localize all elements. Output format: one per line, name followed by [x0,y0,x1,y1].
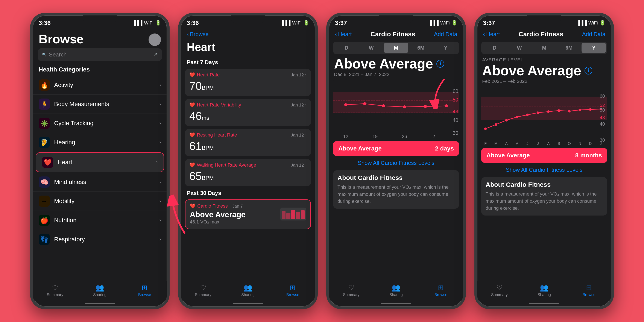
chevron-icon: › [160,218,161,223]
rhr-value: 61BPM [189,140,214,152]
back-button-2[interactable]: ‹ Browse [187,31,208,38]
svg-text:M: M [494,142,498,146]
filter-m-3[interactable]: M [384,43,408,53]
tab-sharing-3[interactable]: 👥 Sharing [374,284,418,297]
filter-m-4[interactable]: M [532,43,556,53]
chart-4: 60 52 50 43 40 30 F M A M J J A S O N D … [481,86,607,146]
svg-point-4 [344,103,347,106]
sidebar-item-mobility[interactable]: ↔️ Mobility › [33,192,167,211]
svg-point-30 [558,109,560,112]
tab-browse-label-3: Browse [434,292,447,297]
status-icons-3: ▐▐▐ WiFi 🔋 [428,20,457,26]
search-icon: 🔍 [42,52,46,57]
sidebar-item-body[interactable]: 🧍 Body Measurements › [33,95,167,114]
filter-y-3[interactable]: Y [434,43,458,53]
sidebar-item-respiratory[interactable]: 👣 Respiratory › [33,230,167,249]
sidebar-item-activity[interactable]: 🔥 Activity › [33,76,167,95]
tab-summary-2[interactable]: ♡ Summary [181,284,226,297]
home-indicator-2 [181,300,315,306]
summary-icon-2: ♡ [200,284,206,292]
rhr-label: ❤️ Resting Heart Rate [189,132,237,138]
add-data-button-4[interactable]: Add Data [582,31,605,38]
info-icon-4[interactable]: ℹ [584,67,592,74]
tab-browse-1[interactable]: ⊞ Browse [122,284,167,297]
tab-bar-3: ♡ Summary 👥 Sharing ⊞ Browse [329,281,463,300]
tab-browse-3[interactable]: ⊞ Browse [418,284,463,297]
add-data-button-3[interactable]: Add Data [434,31,457,38]
filter-d-4[interactable]: D [482,43,507,53]
tab-summary-3[interactable]: ♡ Summary [329,284,374,297]
status-label-3: Above Average [338,145,382,152]
about-section-4: About Cardio Fitness This is a measureme… [481,177,607,216]
back-button-3[interactable]: ‹ Heart [335,31,352,38]
filter-w-3[interactable]: W [359,43,384,53]
avatar[interactable] [148,34,161,46]
filter-d-3[interactable]: D [334,43,359,53]
phone-cardio-m: 3:37 ▐▐▐ WiFi 🔋 ‹ Heart Cardio Fitness A… [326,13,466,309]
summary-icon-3: ♡ [348,284,354,292]
svg-point-29 [547,110,550,113]
svg-point-24 [495,123,498,126]
svg-text:60: 60 [600,94,605,99]
svg-point-31 [568,110,570,112]
notch-4 [527,16,561,24]
svg-text:J: J [600,142,602,146]
home-indicator-3 [329,300,463,306]
show-all-link-3[interactable]: Show All Cardio Fitness Levels [329,157,463,169]
svg-point-33 [589,108,592,111]
sidebar-item-heart[interactable]: ❤️ Heart › [36,152,164,172]
whr-card[interactable]: ❤️ Walking Heart Rate Average Jan 12 › 6… [185,159,311,186]
filter-6m-4[interactable]: 6M [557,43,581,53]
nav-title-3: Cardio Fitness [370,30,415,38]
chevron-icon: › [156,160,158,165]
browse-icon-4: ⊞ [586,284,592,292]
sidebar-item-mindfulness[interactable]: 🧠 Mindfulness › [33,172,167,192]
tab-summary-1[interactable]: ♡ Summary [33,284,78,297]
sharing-icon-3: 👥 [392,284,400,292]
filter-w-4[interactable]: W [507,43,532,53]
category-label-activity: Activity [54,82,160,88]
tab-browse-2[interactable]: ⊞ Browse [270,284,315,297]
tab-sharing-4[interactable]: 👥 Sharing [522,284,567,297]
hrv-card[interactable]: ❤️ Heart Rate Variability Jan 12 › 46ms [185,99,311,126]
wifi-icon-2: WiFi [292,20,302,26]
about-title-4: About Cardio Fitness [486,181,603,188]
sidebar-item-nutrition[interactable]: 🍎 Nutrition › [33,211,167,230]
rhr-card[interactable]: ❤️ Resting Heart Rate Jan 12 › 61BPM [185,129,311,156]
category-label-cycle: Cycle Tracking [54,120,160,127]
tab-sharing-2[interactable]: 👥 Sharing [226,284,270,297]
heart-rate-card[interactable]: ❤️ Heart Rate Jan 12 › 70BPM [185,69,311,96]
phone-cardio-y: 3:37 ▐▐▐ WiFi 🔋 ‹ Heart Cardio Fitness A… [474,13,614,309]
status-time-1: 3:36 [39,20,51,26]
category-label-heart: Heart [58,159,156,166]
battery-icon-4: 🔋 [600,20,605,26]
tab-summary-4[interactable]: ♡ Summary [477,284,522,297]
show-all-link-4[interactable]: Show All Cardio Fitness Levels [477,164,611,176]
svg-text:A: A [505,142,508,146]
svg-text:19: 19 [372,134,378,139]
search-bar[interactable]: 🔍 Search 🎤 [38,48,162,61]
cardio-card[interactable]: ❤️ Cardio Fitness Jan 7 › Above Average … [185,200,311,229]
hearing-icon: 🦻 [39,137,50,148]
svg-rect-20 [481,96,607,120]
heart-rate-label: ❤️ Heart Rate [189,72,220,78]
search-placeholder: Search [49,51,66,58]
status-value-4: 8 months [575,152,602,159]
svg-text:30: 30 [453,130,458,136]
sidebar-item-hearing[interactable]: 🦻 Hearing › [33,133,167,152]
filter-6m-3[interactable]: 6M [409,43,433,53]
status-time-4: 3:37 [483,20,495,26]
status-pill-4: Above Average 8 months [481,148,607,163]
back-button-4[interactable]: ‹ Heart [483,31,500,38]
summary-icon: ♡ [52,284,58,292]
browse-icon-2: ⊞ [290,284,296,292]
info-icon-3[interactable]: ℹ [436,60,444,68]
tab-sharing-1[interactable]: 👥 Sharing [78,284,122,297]
hrv-value: 46ms [189,110,209,122]
battery-icon-3: 🔋 [452,20,457,26]
svg-text:40: 40 [600,121,605,127]
sidebar-item-cycle[interactable]: ✳️ Cycle Tracking › [33,114,167,133]
filter-y-4[interactable]: Y [582,43,606,53]
heart-rate-date: Jan 12 › [291,72,306,78]
tab-browse-4[interactable]: ⊞ Browse [566,284,611,297]
